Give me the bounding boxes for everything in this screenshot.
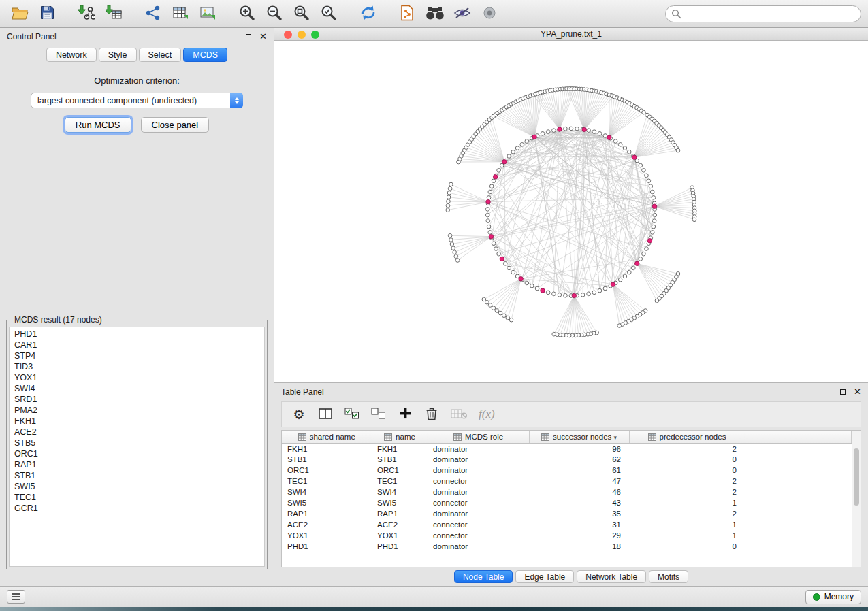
tab-network[interactable]: Network xyxy=(46,48,97,62)
hide-details-button[interactable] xyxy=(449,2,475,25)
table-cell[interactable]: dominator xyxy=(428,541,529,552)
zoom-selected-button[interactable] xyxy=(316,2,342,25)
table-cell[interactable]: connector xyxy=(428,476,529,486)
zoom-out-button[interactable] xyxy=(261,2,287,25)
float-panel-icon[interactable] xyxy=(246,34,251,39)
column-header-MCDS-role[interactable]: MCDS role xyxy=(428,431,529,443)
tab-motifs[interactable]: Motifs xyxy=(649,570,688,583)
deselect-all-button[interactable] xyxy=(371,408,386,422)
float-table-panel-icon[interactable] xyxy=(840,389,846,395)
dropdown-stepper-icon[interactable] xyxy=(230,93,243,108)
task-history-button[interactable] xyxy=(7,590,25,604)
mcds-result-item[interactable]: STB5 xyxy=(10,437,264,448)
mcds-result-item[interactable]: ORC1 xyxy=(10,448,264,459)
mcds-result-item[interactable]: YOX1 xyxy=(10,372,264,383)
table-cell[interactable]: ACE2 xyxy=(282,519,372,530)
column-header-predecessor-nodes[interactable]: predecessor nodes xyxy=(629,431,745,443)
mcds-result-item[interactable]: STB1 xyxy=(10,470,264,481)
table-cell[interactable]: 31 xyxy=(529,519,629,530)
table-cell[interactable]: TEC1 xyxy=(372,476,428,486)
node-table-row[interactable]: STB1STB1dominator620 xyxy=(282,454,852,465)
mcds-result-item[interactable]: RAP1 xyxy=(10,459,264,470)
table-cell[interactable]: STB1 xyxy=(372,454,428,465)
table-cell[interactable]: YOX1 xyxy=(282,530,372,541)
mcds-result-item[interactable]: GCR1 xyxy=(10,503,264,514)
node-table-row[interactable]: ACE2ACE2connector311 xyxy=(282,519,852,530)
refresh-button[interactable] xyxy=(355,2,381,25)
table-cell[interactable]: connector xyxy=(428,530,529,541)
column-header-successor-nodes[interactable]: successor nodes ▾ xyxy=(529,431,629,443)
table-cell[interactable]: 43 xyxy=(529,497,629,508)
apply-style-button[interactable] xyxy=(395,2,421,25)
table-cell[interactable]: PHD1 xyxy=(372,541,428,552)
close-panel-icon[interactable]: ✕ xyxy=(259,32,267,41)
mcds-result-item[interactable]: ACE2 xyxy=(10,427,264,437)
delete-column-button[interactable] xyxy=(424,407,439,423)
table-cell[interactable]: YOX1 xyxy=(372,530,428,541)
table-cell[interactable]: FKH1 xyxy=(282,443,372,454)
table-cell[interactable]: SWI4 xyxy=(282,486,372,497)
mcds-result-item[interactable]: SWI4 xyxy=(10,383,264,394)
table-scrollbar[interactable] xyxy=(852,431,861,567)
table-cell[interactable] xyxy=(745,541,852,552)
node-table-row[interactable]: TEC1TEC1connector472 xyxy=(282,476,852,486)
tab-network-table[interactable]: Network Table xyxy=(577,570,646,583)
node-table-row[interactable]: RAP1RAP1dominator352 xyxy=(282,508,852,519)
table-cell[interactable]: connector xyxy=(428,519,529,530)
maximize-window-icon[interactable] xyxy=(311,31,319,39)
table-cell[interactable]: 1 xyxy=(629,497,745,508)
column-header-shared-name[interactable]: shared name xyxy=(282,431,372,443)
mcds-result-item[interactable]: CAR1 xyxy=(10,340,264,350)
table-cell[interactable]: 0 xyxy=(629,454,745,465)
export-image-button[interactable] xyxy=(195,2,221,25)
table-cell[interactable] xyxy=(745,476,852,486)
table-cell[interactable] xyxy=(745,508,852,519)
table-cell[interactable]: 62 xyxy=(529,454,629,465)
open-file-button[interactable] xyxy=(7,2,33,25)
mcds-result-item[interactable]: SWI5 xyxy=(10,481,264,492)
import-network-button[interactable] xyxy=(74,2,99,25)
table-cell[interactable]: 2 xyxy=(629,443,745,454)
mcds-result-item[interactable]: SRD1 xyxy=(10,394,264,405)
table-settings-button[interactable]: ⚙ xyxy=(291,408,306,421)
table-cell[interactable] xyxy=(745,497,852,508)
table-cell[interactable]: SWI4 xyxy=(372,486,428,497)
table-cell[interactable]: ORC1 xyxy=(282,465,372,476)
mcds-result-item[interactable]: PMA2 xyxy=(10,405,264,416)
close-table-panel-icon[interactable]: ✕ xyxy=(854,387,861,396)
close-panel-button[interactable]: Close panel xyxy=(141,117,210,133)
table-cell[interactable]: SWI5 xyxy=(372,497,428,508)
table-cell[interactable]: ACE2 xyxy=(372,519,428,530)
node-table-row[interactable]: SWI5SWI5connector431 xyxy=(282,497,852,508)
table-cell[interactable]: 29 xyxy=(529,530,629,541)
split-view-button[interactable] xyxy=(318,408,333,421)
table-cell[interactable]: 46 xyxy=(529,486,629,497)
table-cell[interactable]: 2 xyxy=(629,476,745,486)
show-details-button[interactable] xyxy=(477,2,502,25)
node-table-row[interactable]: FKH1FKH1dominator962 xyxy=(282,443,852,454)
zoom-in-button[interactable] xyxy=(234,2,260,25)
new-network-button[interactable] xyxy=(140,2,166,25)
new-table-button[interactable] xyxy=(167,2,193,25)
tab-mcds[interactable]: MCDS xyxy=(183,48,227,62)
table-cell[interactable] xyxy=(745,530,852,541)
network-graph[interactable] xyxy=(274,41,868,382)
mcds-result-item[interactable]: STP4 xyxy=(10,350,264,361)
run-mcds-button[interactable]: Run MCDS xyxy=(65,117,131,133)
minimize-window-icon[interactable] xyxy=(298,31,306,39)
table-cell[interactable]: 96 xyxy=(529,443,629,454)
node-table-row[interactable]: YOX1YOX1connector291 xyxy=(282,530,852,541)
column-header-name[interactable]: name xyxy=(372,431,428,443)
table-cell[interactable]: 1 xyxy=(629,519,745,530)
table-cell[interactable]: FKH1 xyxy=(372,443,428,454)
mcds-result-item[interactable]: TID3 xyxy=(10,361,264,372)
table-cell[interactable]: 0 xyxy=(629,541,745,552)
table-cell[interactable]: dominator xyxy=(428,486,529,497)
optimization-criterion-select[interactable]: largest connected component (undirected) xyxy=(31,93,243,108)
memory-button[interactable]: Memory xyxy=(805,590,861,604)
table-cell[interactable]: 35 xyxy=(529,508,629,519)
table-cell[interactable] xyxy=(745,454,852,465)
table-cell[interactable]: 2 xyxy=(629,486,745,497)
table-cell[interactable]: 47 xyxy=(529,476,629,486)
node-table-row[interactable]: SWI4SWI4dominator462 xyxy=(282,486,852,497)
